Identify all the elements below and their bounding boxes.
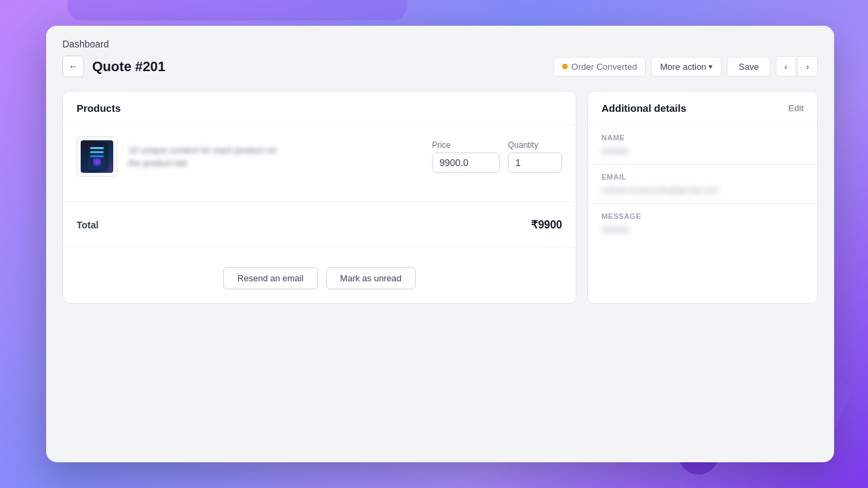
dashboard-title: Dashboard <box>62 39 109 49</box>
pc-tower-icon <box>87 143 106 170</box>
status-dot-icon <box>562 64 568 69</box>
price-quantity-group: Price Quantity <box>432 140 562 173</box>
prev-nav-button[interactable]: ‹ <box>776 56 796 77</box>
message-field-label: MESSAGE <box>601 212 804 220</box>
message-field-value: lalalala <box>601 224 804 235</box>
content-area: ← Quote #201 Order Converted More action… <box>46 50 834 453</box>
quote-header-left: ← Quote #201 <box>62 56 165 77</box>
products-section: 10 unique content for each product on th… <box>63 125 576 193</box>
save-button[interactable]: Save <box>727 57 770 77</box>
product-desc-line2: the product tab <box>128 157 421 170</box>
edit-link[interactable]: Edit <box>789 103 804 113</box>
products-card-title: Products <box>77 102 121 114</box>
email-field: EMAIL vidhee.luckmedia@gmail.com <box>588 165 817 204</box>
name-field-value: lalalala <box>601 146 804 156</box>
quantity-field-group: Quantity <box>508 140 562 173</box>
order-converted-badge: Order Converted <box>553 57 646 77</box>
message-field: MESSAGE lalalala <box>588 204 817 243</box>
total-label: Total <box>77 220 98 230</box>
divider <box>63 201 576 202</box>
divider-2 <box>63 247 576 248</box>
quantity-input[interactable] <box>508 152 562 173</box>
main-grid: Products 10 unique content for each prod… <box>62 91 818 304</box>
products-card: Products 10 unique content for each prod… <box>62 91 576 304</box>
resend-email-button[interactable]: Resend an email <box>223 267 318 289</box>
email-field-value: vidhee.luckmedia@gmail.com <box>601 185 804 195</box>
total-row: Total ₹9900 <box>63 210 576 239</box>
next-nav-button[interactable]: › <box>797 56 818 77</box>
quote-header: ← Quote #201 Order Converted More action… <box>62 50 818 77</box>
name-field: NAME lalalala <box>588 125 817 165</box>
chevron-down-icon: ▾ <box>709 62 713 71</box>
price-field-group: Price <box>432 140 500 173</box>
product-row: 10 unique content for each product on th… <box>77 136 562 177</box>
product-description: 10 unique content for each product on th… <box>128 144 421 170</box>
quote-title: Quote #201 <box>92 59 165 75</box>
price-input[interactable] <box>432 152 500 173</box>
back-button[interactable]: ← <box>62 56 84 77</box>
total-value: ₹9900 <box>531 218 562 231</box>
more-action-button[interactable]: More action ▾ <box>651 57 722 77</box>
dashboard-header: Dashboard <box>46 26 834 50</box>
order-converted-label: Order Converted <box>572 62 637 72</box>
more-action-label: More action <box>660 62 706 72</box>
additional-details-title: Additional details <box>601 102 686 114</box>
product-desc-line1: 10 unique content for each product on <box>128 144 421 157</box>
quantity-label: Quantity <box>508 140 562 150</box>
mark-as-unread-button[interactable]: Mark as unread <box>326 267 416 289</box>
name-field-label: NAME <box>601 134 804 142</box>
email-field-label: EMAIL <box>601 173 804 181</box>
additional-details-card: Additional details Edit NAME lalalala EM… <box>587 91 818 304</box>
product-image <box>77 136 117 177</box>
products-card-header: Products <box>63 92 576 125</box>
action-buttons-row: Resend an email Mark as unread <box>63 256 576 303</box>
additional-details-header: Additional details Edit <box>588 92 817 125</box>
main-window: Dashboard ← Quote #201 Order Converted M… <box>46 26 834 462</box>
nav-arrows: ‹ › <box>776 56 818 77</box>
product-image-inner <box>81 140 113 173</box>
quote-header-right: Order Converted More action ▾ Save ‹ › <box>553 56 818 77</box>
price-label: Price <box>432 140 500 150</box>
